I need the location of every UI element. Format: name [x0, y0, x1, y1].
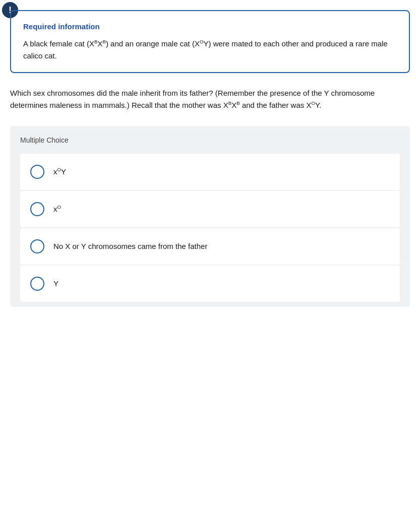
- choice-text-2: xO: [53, 204, 61, 215]
- radio-circle-2[interactable]: [30, 202, 44, 216]
- choice-text-3: No X or Y chromosomes came from the fath…: [53, 241, 207, 252]
- choice-text-1: xOY: [53, 166, 66, 178]
- choice-item-3[interactable]: No X or Y chromosomes came from the fath…: [20, 228, 400, 265]
- radio-circle-1[interactable]: [30, 165, 44, 179]
- choices-list: xOY xO No X or Y chromosomes came from t…: [20, 154, 400, 302]
- multiple-choice-label: Multiple Choice: [20, 135, 400, 146]
- required-info-box: Required information A black female cat …: [10, 10, 410, 73]
- choice-text-4: Y: [53, 278, 58, 290]
- question-text: Which sex chromosomes did the male inher…: [10, 87, 403, 112]
- radio-circle-3[interactable]: [30, 239, 44, 253]
- radio-circle-4[interactable]: [30, 277, 44, 291]
- choice-item-4[interactable]: Y: [20, 266, 400, 302]
- required-info-title: Required information: [23, 21, 397, 33]
- choice-item-1[interactable]: xOY: [20, 154, 400, 190]
- choice-item-2[interactable]: xO: [20, 191, 400, 227]
- required-info-text: A black female cat (XBXB) and an orange …: [23, 38, 397, 62]
- multiple-choice-container: Multiple Choice xOY xO No X or Y chromos…: [10, 126, 410, 307]
